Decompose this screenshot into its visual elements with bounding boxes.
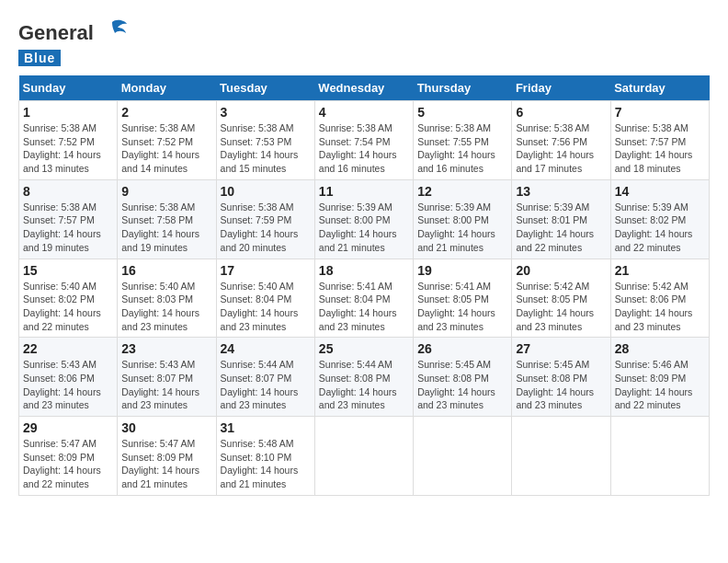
- calendar-week-row: 1Sunrise: 5:38 AMSunset: 7:52 PMDaylight…: [19, 101, 710, 180]
- calendar-cell: [610, 417, 709, 496]
- calendar-cell: 6Sunrise: 5:38 AMSunset: 7:56 PMDaylight…: [512, 101, 610, 180]
- day-number: 23: [121, 341, 211, 356]
- calendar-cell: 12Sunrise: 5:39 AMSunset: 8:00 PMDayligh…: [414, 179, 512, 259]
- day-number: 22: [23, 341, 113, 356]
- calendar-cell: 9Sunrise: 5:38 AMSunset: 7:58 PMDaylight…: [118, 179, 216, 259]
- calendar-cell: 7Sunrise: 5:38 AMSunset: 7:57 PMDaylight…: [610, 101, 709, 180]
- calendar-cell: 19Sunrise: 5:41 AMSunset: 8:05 PMDayligh…: [414, 259, 512, 338]
- logo-general-text: General: [18, 21, 94, 45]
- day-number: 16: [121, 263, 211, 278]
- calendar-cell: 27Sunrise: 5:45 AMSunset: 8:08 PMDayligh…: [512, 338, 610, 417]
- day-info: Sunrise: 5:40 AMSunset: 8:03 PMDaylight:…: [121, 280, 211, 334]
- day-number: 17: [221, 263, 311, 278]
- day-number: 12: [417, 184, 507, 199]
- calendar-cell: 23Sunrise: 5:43 AMSunset: 8:07 PMDayligh…: [118, 338, 216, 417]
- day-number: 21: [615, 263, 705, 278]
- calendar-cell: 22Sunrise: 5:43 AMSunset: 8:06 PMDayligh…: [19, 338, 118, 417]
- logo: General Blue: [18, 18, 129, 66]
- day-number: 4: [319, 105, 409, 120]
- day-info: Sunrise: 5:48 AMSunset: 8:10 PMDaylight:…: [221, 437, 311, 491]
- day-info: Sunrise: 5:44 AMSunset: 8:07 PMDaylight:…: [221, 358, 311, 412]
- weekday-header: Sunday: [19, 75, 118, 101]
- day-number: 24: [221, 341, 311, 356]
- day-info: Sunrise: 5:45 AMSunset: 8:08 PMDaylight:…: [516, 358, 606, 412]
- weekday-header: Tuesday: [216, 75, 314, 101]
- calendar-cell: 14Sunrise: 5:39 AMSunset: 8:02 PMDayligh…: [610, 179, 709, 259]
- day-number: 9: [121, 184, 211, 199]
- weekday-header: Monday: [118, 75, 216, 101]
- day-info: Sunrise: 5:38 AMSunset: 7:59 PMDaylight:…: [221, 201, 311, 255]
- day-number: 6: [516, 105, 606, 120]
- day-info: Sunrise: 5:47 AMSunset: 8:09 PMDaylight:…: [121, 437, 211, 491]
- day-info: Sunrise: 5:38 AMSunset: 7:56 PMDaylight:…: [516, 121, 606, 176]
- day-number: 11: [319, 184, 409, 199]
- day-info: Sunrise: 5:38 AMSunset: 7:58 PMDaylight:…: [121, 201, 211, 255]
- day-number: 2: [121, 105, 211, 120]
- calendar-cell: 3Sunrise: 5:38 AMSunset: 7:53 PMDaylight…: [216, 101, 314, 180]
- calendar-table: SundayMondayTuesdayWednesdayThursdayFrid…: [18, 75, 710, 496]
- calendar-cell: 15Sunrise: 5:40 AMSunset: 8:02 PMDayligh…: [19, 259, 118, 338]
- day-number: 27: [516, 341, 606, 356]
- day-info: Sunrise: 5:38 AMSunset: 7:52 PMDaylight:…: [121, 121, 211, 176]
- day-number: 18: [319, 263, 409, 278]
- calendar-cell: 13Sunrise: 5:39 AMSunset: 8:01 PMDayligh…: [512, 179, 610, 259]
- calendar-cell: [512, 417, 610, 496]
- calendar-cell: 17Sunrise: 5:40 AMSunset: 8:04 PMDayligh…: [216, 259, 314, 338]
- day-number: 8: [23, 184, 113, 199]
- calendar-cell: 26Sunrise: 5:45 AMSunset: 8:08 PMDayligh…: [414, 338, 512, 417]
- day-info: Sunrise: 5:38 AMSunset: 7:53 PMDaylight:…: [221, 121, 311, 176]
- calendar-cell: 18Sunrise: 5:41 AMSunset: 8:04 PMDayligh…: [314, 259, 413, 338]
- day-number: 30: [121, 420, 211, 435]
- day-info: Sunrise: 5:42 AMSunset: 8:05 PMDaylight:…: [516, 280, 606, 334]
- day-number: 14: [615, 184, 705, 199]
- day-info: Sunrise: 5:38 AMSunset: 7:55 PMDaylight:…: [417, 121, 507, 176]
- calendar-cell: 2Sunrise: 5:38 AMSunset: 7:52 PMDaylight…: [118, 101, 216, 180]
- calendar-cell: 29Sunrise: 5:47 AMSunset: 8:09 PMDayligh…: [19, 417, 118, 496]
- day-info: Sunrise: 5:38 AMSunset: 7:52 PMDaylight:…: [23, 121, 113, 176]
- header: General Blue: [18, 18, 710, 66]
- calendar-cell: 10Sunrise: 5:38 AMSunset: 7:59 PMDayligh…: [216, 179, 314, 259]
- calendar-week-row: 15Sunrise: 5:40 AMSunset: 8:02 PMDayligh…: [19, 259, 710, 338]
- day-number: 3: [221, 105, 311, 120]
- day-number: 13: [516, 184, 606, 199]
- calendar-header-row: SundayMondayTuesdayWednesdayThursdayFrid…: [19, 75, 710, 101]
- day-number: 10: [221, 184, 311, 199]
- day-number: 15: [23, 263, 113, 278]
- calendar-cell: 11Sunrise: 5:39 AMSunset: 8:00 PMDayligh…: [314, 179, 413, 259]
- calendar-cell: 8Sunrise: 5:38 AMSunset: 7:57 PMDaylight…: [19, 179, 118, 259]
- day-number: 29: [23, 420, 113, 435]
- day-number: 28: [615, 341, 705, 356]
- weekday-header: Saturday: [610, 75, 709, 101]
- calendar-cell: [314, 417, 413, 496]
- day-number: 19: [417, 263, 507, 278]
- calendar-week-row: 8Sunrise: 5:38 AMSunset: 7:57 PMDaylight…: [19, 179, 710, 259]
- day-number: 25: [319, 341, 409, 356]
- day-info: Sunrise: 5:45 AMSunset: 8:08 PMDaylight:…: [417, 358, 507, 412]
- day-info: Sunrise: 5:43 AMSunset: 8:07 PMDaylight:…: [121, 358, 211, 412]
- day-info: Sunrise: 5:40 AMSunset: 8:04 PMDaylight:…: [221, 280, 311, 334]
- calendar-week-row: 22Sunrise: 5:43 AMSunset: 8:06 PMDayligh…: [19, 338, 710, 417]
- calendar-cell: 24Sunrise: 5:44 AMSunset: 8:07 PMDayligh…: [216, 338, 314, 417]
- day-info: Sunrise: 5:43 AMSunset: 8:06 PMDaylight:…: [23, 358, 113, 412]
- calendar-week-row: 29Sunrise: 5:47 AMSunset: 8:09 PMDayligh…: [19, 417, 710, 496]
- day-info: Sunrise: 5:47 AMSunset: 8:09 PMDaylight:…: [23, 437, 113, 491]
- calendar-cell: 28Sunrise: 5:46 AMSunset: 8:09 PMDayligh…: [610, 338, 709, 417]
- calendar-cell: 21Sunrise: 5:42 AMSunset: 8:06 PMDayligh…: [610, 259, 709, 338]
- day-info: Sunrise: 5:39 AMSunset: 8:00 PMDaylight:…: [319, 201, 409, 255]
- calendar-cell: 25Sunrise: 5:44 AMSunset: 8:08 PMDayligh…: [314, 338, 413, 417]
- day-info: Sunrise: 5:39 AMSunset: 8:01 PMDaylight:…: [516, 201, 606, 255]
- day-info: Sunrise: 5:46 AMSunset: 8:09 PMDaylight:…: [615, 358, 705, 412]
- calendar-cell: 16Sunrise: 5:40 AMSunset: 8:03 PMDayligh…: [118, 259, 216, 338]
- calendar-cell: 30Sunrise: 5:47 AMSunset: 8:09 PMDayligh…: [118, 417, 216, 496]
- day-number: 31: [221, 420, 311, 435]
- logo-bird-icon: [96, 15, 129, 48]
- day-number: 20: [516, 263, 606, 278]
- day-info: Sunrise: 5:38 AMSunset: 7:54 PMDaylight:…: [319, 121, 409, 176]
- calendar-cell: 1Sunrise: 5:38 AMSunset: 7:52 PMDaylight…: [19, 101, 118, 180]
- calendar-cell: 20Sunrise: 5:42 AMSunset: 8:05 PMDayligh…: [512, 259, 610, 338]
- day-number: 26: [417, 341, 507, 356]
- calendar-cell: 5Sunrise: 5:38 AMSunset: 7:55 PMDaylight…: [414, 101, 512, 180]
- calendar-cell: 31Sunrise: 5:48 AMSunset: 8:10 PMDayligh…: [216, 417, 314, 496]
- day-info: Sunrise: 5:39 AMSunset: 8:00 PMDaylight:…: [417, 201, 507, 255]
- day-number: 5: [417, 105, 507, 120]
